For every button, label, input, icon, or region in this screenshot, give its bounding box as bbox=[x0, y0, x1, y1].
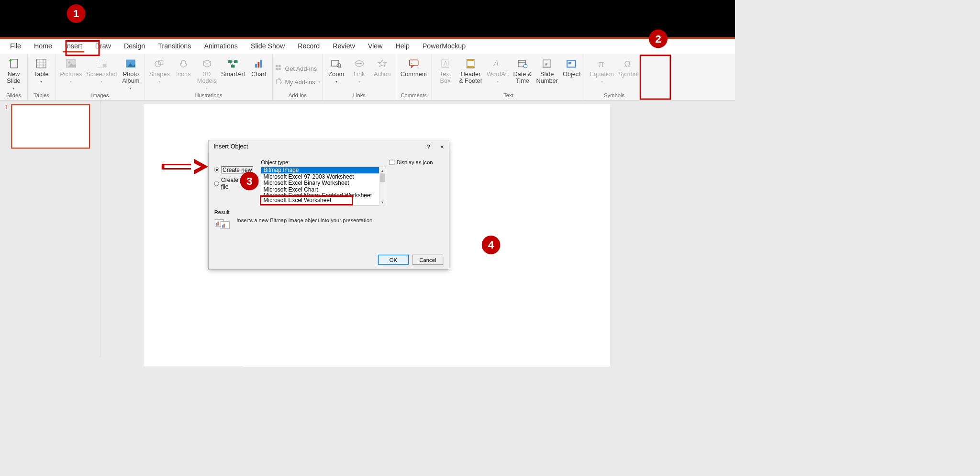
header-footer-icon bbox=[466, 57, 476, 70]
get-addins-button[interactable]: Get Add-ins bbox=[275, 64, 317, 73]
cancel-button[interactable]: Cancel bbox=[412, 255, 444, 265]
list-item[interactable]: Microsoft Excel Chart bbox=[261, 186, 379, 193]
chart-button[interactable]: Chart bbox=[247, 56, 270, 78]
svg-text:#: # bbox=[545, 62, 547, 67]
3d-models-button[interactable]: 3D Models▾ bbox=[195, 56, 219, 91]
annotation-badge-1: 1 bbox=[67, 4, 86, 23]
tab-animations[interactable]: Animations bbox=[198, 39, 245, 54]
equation-button[interactable]: πEquation▾ bbox=[588, 56, 616, 84]
svg-line-19 bbox=[207, 62, 211, 64]
date-time-icon bbox=[518, 57, 528, 70]
zoom-button[interactable]: Zoom▾ bbox=[325, 56, 348, 84]
svg-rect-31 bbox=[332, 60, 339, 66]
dialog-titlebar[interactable]: Insert Object ? × bbox=[209, 140, 449, 153]
checkbox-icon bbox=[390, 159, 395, 165]
photo-album-icon bbox=[125, 57, 136, 70]
slide-thumbnails-pane[interactable]: 1 bbox=[0, 101, 100, 357]
svg-rect-28 bbox=[278, 65, 281, 68]
comment-icon: + bbox=[408, 57, 419, 70]
list-item[interactable]: Microsoft Excel 97-2003 Worksheet bbox=[261, 173, 379, 180]
svg-text:+: + bbox=[411, 62, 413, 65]
tab-slideshow[interactable]: Slide Show bbox=[244, 39, 291, 54]
svg-line-33 bbox=[340, 67, 341, 68]
result-label: Result bbox=[214, 209, 444, 215]
icons-icon bbox=[179, 57, 189, 70]
wordart-button[interactable]: AWordArt▾ bbox=[484, 56, 511, 84]
new-slide-button[interactable]: New Slide ▾ bbox=[2, 56, 25, 91]
svg-rect-56 bbox=[221, 222, 229, 229]
textbox-button[interactable]: AText Box bbox=[434, 56, 457, 85]
icons-button[interactable]: Icons bbox=[172, 56, 195, 78]
svg-text:A: A bbox=[444, 60, 447, 67]
comment-button[interactable]: +Comment bbox=[399, 56, 429, 78]
svg-rect-29 bbox=[276, 68, 278, 70]
object-type-listbox[interactable]: Bitmap Image Microsoft Excel 97-2003 Wor… bbox=[261, 167, 386, 205]
object-button[interactable]: Object bbox=[560, 56, 583, 78]
tab-powermockup[interactable]: PowerMockup bbox=[416, 39, 472, 54]
shapes-button[interactable]: Shapes▾ bbox=[147, 56, 172, 84]
tab-review[interactable]: Review bbox=[326, 39, 362, 54]
radio-icon bbox=[214, 181, 219, 186]
list-item[interactable]: Microsoft Excel Macro-Enabled Worksheet bbox=[261, 193, 379, 197]
puzzle-icon bbox=[275, 78, 282, 87]
list-item[interactable]: Microsoft Excel Worksheet bbox=[261, 197, 379, 204]
group-label-links: Links bbox=[323, 91, 396, 99]
tab-file[interactable]: File bbox=[4, 39, 28, 54]
slide-number-button[interactable]: #Slide Number bbox=[534, 56, 560, 85]
object-type-label: Object type: bbox=[261, 159, 386, 165]
header-footer-button[interactable]: Header & Footer bbox=[457, 56, 485, 85]
svg-rect-63 bbox=[165, 165, 191, 168]
smartart-button[interactable]: SmartArt bbox=[219, 56, 247, 78]
tab-record[interactable]: Record bbox=[291, 39, 326, 54]
svg-rect-58 bbox=[218, 222, 219, 226]
svg-rect-57 bbox=[216, 223, 217, 226]
app-root: File Home Insert Draw Design Transitions… bbox=[0, 0, 735, 357]
my-addins-button[interactable]: My Add-ins ▾ bbox=[275, 78, 320, 87]
link-button[interactable]: Link▾ bbox=[348, 56, 371, 84]
cube-icon bbox=[202, 57, 212, 70]
tab-view[interactable]: View bbox=[361, 39, 389, 54]
svg-rect-26 bbox=[260, 60, 262, 68]
link-icon bbox=[354, 57, 364, 70]
screenshot-button[interactable]: Screenshot▾ bbox=[84, 56, 120, 84]
table-button[interactable]: Table ▾ bbox=[30, 56, 53, 84]
date-time-button[interactable]: Date & Time bbox=[511, 56, 534, 85]
annotation-arrow bbox=[162, 159, 209, 175]
tab-draw[interactable]: Draw bbox=[89, 39, 117, 54]
ribbon-tabstrip: File Home Insert Draw Design Transitions… bbox=[0, 39, 735, 54]
action-icon bbox=[378, 57, 387, 70]
group-label-illustrations: Illustrations bbox=[145, 91, 273, 99]
action-button[interactable]: Action bbox=[371, 56, 394, 78]
list-item[interactable]: Microsoft Excel Binary Worksheet bbox=[261, 180, 379, 187]
thumbnail-preview[interactable] bbox=[11, 104, 90, 149]
list-item[interactable]: Bitmap Image bbox=[261, 167, 379, 174]
scroll-up-icon[interactable]: ▴ bbox=[379, 167, 386, 174]
symbol-button[interactable]: ΩSymbol bbox=[616, 56, 641, 78]
scroll-thumb[interactable] bbox=[380, 173, 385, 182]
pictures-button[interactable]: Pictures▾ bbox=[58, 56, 84, 84]
wordart-icon: A bbox=[493, 57, 503, 70]
object-icon bbox=[567, 57, 577, 70]
tab-home[interactable]: Home bbox=[27, 39, 58, 54]
smartart-icon bbox=[228, 57, 239, 70]
tab-transitions[interactable]: Transitions bbox=[152, 39, 198, 54]
tab-help[interactable]: Help bbox=[389, 39, 416, 54]
photo-album-button[interactable]: Photo Album▾ bbox=[119, 56, 142, 91]
svg-rect-44 bbox=[467, 66, 474, 68]
dialog-help-button[interactable]: ? bbox=[425, 143, 432, 150]
slide-canvas-area: Insert Object ? × Create new bbox=[100, 101, 735, 357]
tab-insert[interactable]: Insert bbox=[58, 39, 89, 54]
svg-rect-23 bbox=[231, 65, 235, 68]
annotation-badge-2: 2 bbox=[649, 30, 668, 48]
store-icon bbox=[275, 64, 282, 73]
group-label-addins: Add-ins bbox=[273, 91, 323, 99]
scroll-down-icon[interactable]: ▾ bbox=[379, 199, 386, 205]
tab-design[interactable]: Design bbox=[117, 39, 151, 54]
ok-button[interactable]: OK bbox=[378, 255, 409, 265]
listbox-scrollbar[interactable]: ▴ ▾ bbox=[379, 167, 386, 205]
group-label-slides: Slides bbox=[0, 91, 27, 99]
svg-text:Ω: Ω bbox=[624, 59, 630, 68]
dialog-close-button[interactable]: × bbox=[439, 143, 445, 150]
thumbnail-1[interactable]: 1 bbox=[5, 104, 97, 149]
display-as-icon-checkbox[interactable]: Display as icon bbox=[390, 159, 444, 165]
